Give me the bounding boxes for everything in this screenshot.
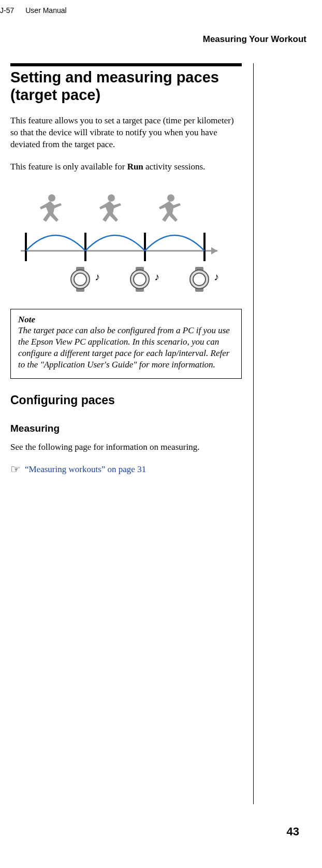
xref-link[interactable]: “Measuring workouts” on page 31: [25, 464, 146, 475]
svg-text:♪: ♪: [154, 271, 159, 282]
note-box: Note The target pace can also be configu…: [10, 309, 242, 378]
subheading-configuring: Configuring paces: [10, 393, 242, 407]
section-heading: Setting and measuring paces (target pace…: [10, 68, 242, 104]
svg-text:♪: ♪: [214, 271, 219, 282]
svg-point-7: [108, 194, 115, 202]
svg-marker-1: [211, 247, 217, 254]
content-column: Setting and measuring paces (target pace…: [10, 63, 254, 804]
svg-text:♪: ♪: [95, 271, 100, 282]
intro-paragraph: This feature allows you to set a target …: [10, 115, 242, 151]
subheading-measuring: Measuring: [10, 423, 242, 434]
doc-title: User Manual: [25, 6, 66, 15]
svg-point-17: [134, 273, 146, 286]
text-fragment: activity sessions.: [143, 162, 205, 172]
bold-run: Run: [127, 162, 143, 172]
svg-point-22: [193, 273, 206, 286]
text-fragment: This feature is only available for: [10, 162, 127, 172]
model-code: J-57: [0, 6, 14, 15]
watch-icon: ♪: [71, 267, 100, 292]
svg-point-8: [167, 194, 174, 202]
running-header: J-57 User Manual: [0, 0, 322, 19]
svg-point-12: [74, 273, 86, 286]
availability-paragraph: This feature is only available for Run a…: [10, 161, 242, 173]
measuring-paragraph: See the following page for information o…: [10, 442, 242, 453]
watch-icon: ♪: [130, 267, 159, 292]
note-body: The target pace can also be configured f…: [18, 325, 234, 371]
hand-icon: ☞: [10, 464, 21, 475]
page-number: 43: [0, 825, 322, 838]
watch-icon: ♪: [190, 267, 219, 292]
note-label: Note: [18, 315, 234, 325]
heading-rule: [10, 63, 242, 66]
chapter-title: Measuring Your Workout: [0, 34, 322, 45]
cross-reference: ☞ “Measuring workouts” on page 31: [10, 464, 242, 475]
svg-point-6: [48, 194, 55, 202]
pace-illustration: ♪ ♪ ♪: [10, 183, 242, 300]
illustration-svg: ♪ ♪ ♪: [10, 183, 233, 297]
